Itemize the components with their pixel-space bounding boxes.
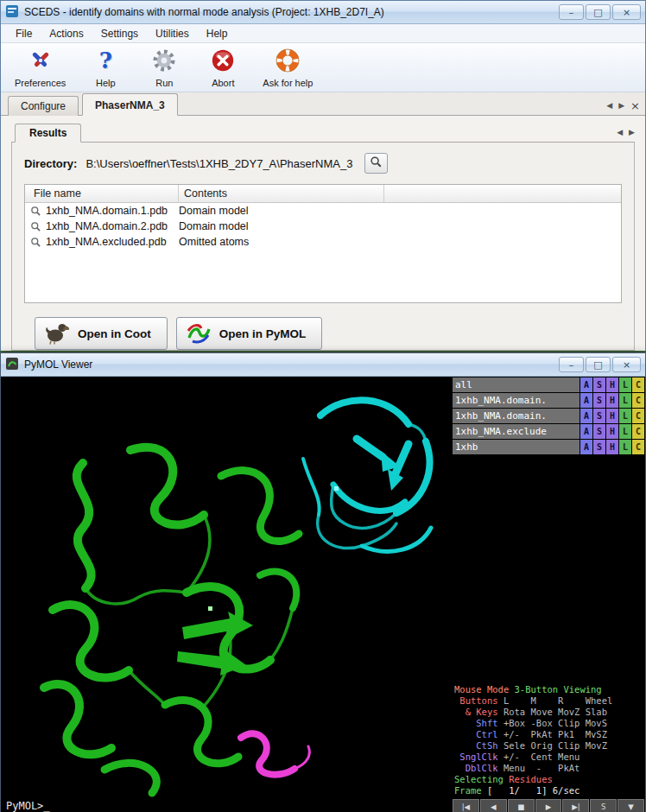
help-button[interactable]: ? Help (81, 46, 130, 90)
run-button[interactable]: Run (140, 46, 188, 90)
rewind-button[interactable]: |◀ (453, 799, 479, 812)
table-row[interactable]: 1xhb_NMA.domain.1.pdb Domain model (25, 203, 621, 219)
action-menu-button[interactable]: A (580, 377, 592, 392)
browse-directory-button[interactable] (364, 153, 388, 174)
hide-menu-button[interactable]: H (606, 377, 618, 392)
subtab-next-icon[interactable]: ▶ (629, 128, 635, 136)
maximize-button[interactable]: □ (586, 4, 611, 20)
molecule-viewport[interactable]: PyMOL>_ (1, 377, 452, 812)
help-label: Help (96, 78, 116, 88)
magnifier-icon (30, 221, 46, 232)
stop-button[interactable]: ■ (508, 799, 535, 812)
show-menu-button[interactable]: S (593, 424, 605, 439)
table-row[interactable]: 1xhb_NMA.domain.2.pdb Domain model (25, 219, 621, 234)
close-button[interactable]: × (612, 357, 641, 372)
table-row[interactable]: 1xhb_NMA.excluded.pdb Omitted atoms (25, 234, 621, 250)
object-row-domain-2[interactable]: 1xhb_NMA.domain. A S H L C (453, 409, 644, 423)
object-row-all[interactable]: all A S H L C (453, 377, 644, 392)
object-row-domain-1[interactable]: 1xhb_NMA.domain. A S H L C (453, 393, 644, 408)
abort-button[interactable]: Abort (199, 46, 247, 90)
object-row-1xhb[interactable]: 1xhb A S H L C (453, 440, 644, 454)
hide-menu-button[interactable]: H (606, 393, 618, 408)
file-name: 1xhb_NMA.domain.2.pdb (46, 220, 179, 232)
open-in-coot-button[interactable]: Open in Coot (35, 317, 168, 350)
playback-controls: |◀ ◀ ■ ▶ ▶| S ▼ (453, 799, 644, 812)
phasernma-page: Results ◀ ▶ Directory: B:\Users\oeffner\… (1, 116, 645, 351)
menu-item-help[interactable]: Help (199, 26, 236, 41)
action-menu-button[interactable]: A (580, 409, 592, 423)
fast-forward-button[interactable]: ▶| (562, 799, 589, 812)
menu-item-actions[interactable]: Actions (41, 26, 91, 41)
results-content: Directory: B:\Users\oeffner\Tests\1XHB_2… (11, 143, 635, 351)
object-name[interactable]: 1xhb_NMA.domain. (453, 393, 580, 408)
minimize-button[interactable]: – (559, 4, 584, 20)
show-menu-button[interactable]: S (593, 377, 605, 392)
close-button[interactable]: × (612, 4, 641, 20)
mouse-line-value: +Box -Box Clip MovS (504, 718, 607, 728)
action-menu-button[interactable]: A (580, 393, 592, 408)
scene-button[interactable]: S (590, 799, 617, 812)
pymol-window: PyMOL Viewer – □ × (0, 352, 646, 812)
domain1-ribbon (44, 447, 299, 793)
color-menu-button[interactable]: C (632, 440, 644, 454)
tab-close-icon[interactable]: × (630, 102, 640, 110)
play-button[interactable]: ▶ (535, 799, 562, 812)
object-name[interactable]: 1xhb_NMA.exclude (453, 424, 580, 439)
object-name[interactable]: 1xhb_NMA.domain. (453, 409, 580, 423)
abort-icon (211, 48, 235, 73)
tab-configure[interactable]: Configure (8, 96, 79, 116)
ask-for-help-button[interactable]: Ask for help (257, 46, 318, 90)
color-menu-button[interactable]: C (632, 424, 644, 439)
object-name[interactable]: all (453, 377, 580, 392)
action-menu-button[interactable]: A (580, 440, 592, 454)
show-menu-button[interactable]: S (593, 393, 605, 408)
step-back-button[interactable]: ◀ (480, 799, 507, 812)
color-menu-button[interactable]: C (632, 393, 644, 408)
maximize-button[interactable]: □ (586, 357, 611, 372)
hide-menu-button[interactable]: H (606, 409, 618, 423)
show-menu-button[interactable]: S (593, 409, 605, 423)
color-menu-button[interactable]: C (632, 377, 644, 392)
pymol-body: PyMOL>_ all A S H L C 1xhb_NMA.domain. A… (1, 377, 645, 812)
object-name[interactable]: 1xhb (453, 440, 580, 454)
pymol-titlebar[interactable]: PyMOL Viewer – □ × (1, 353, 645, 377)
label-menu-button[interactable]: L (619, 393, 631, 408)
action-menu-button[interactable]: A (580, 424, 592, 439)
menu-item-settings[interactable]: Settings (93, 26, 146, 41)
label-menu-button[interactable]: L (619, 409, 631, 423)
color-menu-button[interactable]: C (632, 409, 644, 423)
hide-menu-button[interactable]: H (606, 424, 618, 439)
tab-next-icon[interactable]: ▶ (618, 101, 624, 110)
column-contents[interactable]: Contents (179, 185, 384, 202)
pymol-command-prompt[interactable]: PyMOL>_ (6, 800, 50, 812)
abort-label: Abort (212, 78, 234, 88)
label-menu-button[interactable]: L (619, 440, 631, 454)
hide-menu-button[interactable]: H (606, 440, 618, 454)
tab-results[interactable]: Results (15, 124, 81, 143)
menu-item-utilities[interactable]: Utilities (148, 26, 197, 41)
mouse-line-value: Menu - PkAt (504, 763, 580, 773)
directory-label: Directory: (24, 157, 77, 170)
pymol-window-title: PyMOL Viewer (24, 358, 554, 371)
show-menu-button[interactable]: S (593, 440, 605, 454)
minimize-button[interactable]: – (559, 357, 584, 372)
column-file-name[interactable]: File name (25, 185, 179, 202)
mouse-mode-line: Mouse Mode 3-Button Viewing (454, 684, 643, 695)
more-button[interactable]: ▼ (618, 799, 644, 812)
object-row-excluded[interactable]: 1xhb_NMA.exclude A S H L C (453, 424, 644, 439)
magnifier-icon (30, 206, 46, 217)
open-in-pymol-button[interactable]: Open in PyMOL (176, 317, 323, 350)
directory-value: B:\Users\oeffner\Tests\1XHB_2DY7_A\Phase… (86, 157, 352, 170)
tab-phasernma-3[interactable]: PhaserNMA_3 (82, 93, 178, 116)
mouse-buttons-line: Buttons L M R Wheel (454, 695, 643, 707)
mouse-line-value: Residues (509, 774, 553, 784)
mouse-line-label: Frame (454, 785, 487, 796)
tab-prev-icon[interactable]: ◀ (606, 101, 612, 110)
label-menu-button[interactable]: L (619, 377, 631, 392)
preferences-button[interactable]: Preferences (10, 46, 71, 90)
menu-item-file[interactable]: File (8, 26, 40, 41)
subtab-prev-icon[interactable]: ◀ (617, 128, 623, 136)
label-menu-button[interactable]: L (619, 424, 631, 439)
sceds-titlebar[interactable]: SCEDS - identify domains with normal mod… (1, 1, 645, 24)
file-contents: Omitted atoms (179, 236, 249, 248)
